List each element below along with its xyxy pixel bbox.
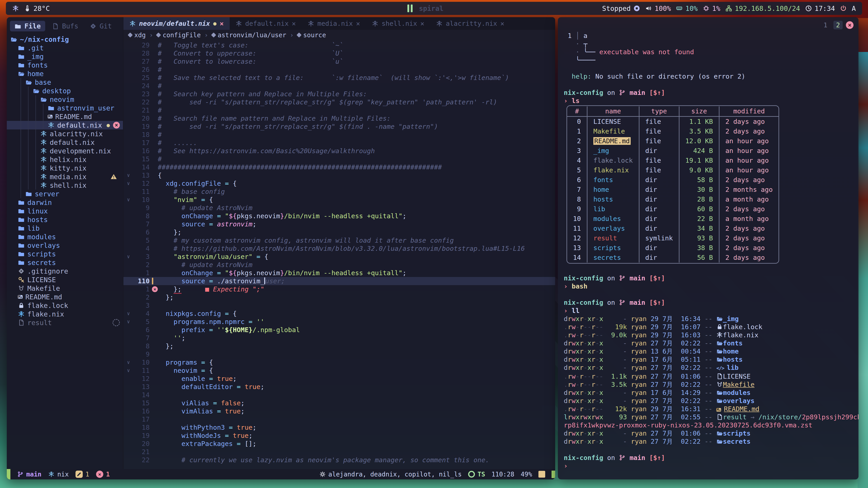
buffer-tab-media.nix[interactable]: media.nix× <box>302 17 366 30</box>
code-line[interactable]: 6 prefix = ''${HOME}/.npm-global <box>123 326 555 334</box>
close-file-button[interactable]: × <box>113 122 120 129</box>
tree-item-base[interactable]: base <box>7 78 123 87</box>
temperature-module[interactable]: 28°C <box>24 4 50 12</box>
code-line[interactable]: 18# <box>123 131 555 139</box>
breadcrumb-item[interactable]: astronvim/lua/user <box>212 31 286 39</box>
code-line[interactable]: ∨4 nixpkgs.config = { <box>123 310 555 318</box>
tree-item-server[interactable]: server <box>7 190 123 198</box>
tree-item-kitty.nix[interactable]: kitty.nix <box>7 164 123 172</box>
code-line[interactable]: ∨5 programs.npm.npmrc = '' <box>123 318 555 326</box>
code-line[interactable]: 3 <box>123 301 555 310</box>
code-line[interactable]: 15# <box>123 155 555 163</box>
tree-item-darwin[interactable]: darwin <box>7 198 123 207</box>
code-line[interactable]: 6 }; <box>123 228 555 236</box>
tree-item-lib[interactable]: lib <box>7 224 123 232</box>
fold-column[interactable]: ∨ <box>123 366 133 375</box>
explorer-tab-bufs[interactable]: Bufs <box>48 21 83 31</box>
code-line[interactable]: ∨13{ <box>123 171 555 180</box>
code-line[interactable]: ∨11 neovim = { <box>123 366 555 375</box>
cpu-module[interactable]: 1% <box>703 4 720 12</box>
code-line[interactable]: 15 viAlias = false; <box>123 399 555 407</box>
memory-module[interactable]: 10% <box>676 4 698 12</box>
code-line[interactable]: 18 withPython3 = true; <box>123 423 555 431</box>
tree-item-scripts[interactable]: scripts <box>7 250 123 258</box>
network-module[interactable]: 192.168.5.100/24 <box>725 4 800 12</box>
diagnostics-errors[interactable]: × 1 <box>96 470 110 478</box>
buffer-tab-neovim/default.nix[interactable]: neovim/default.nix●× <box>123 17 230 30</box>
breadcrumb-item[interactable]: xdg <box>128 31 146 39</box>
code-line[interactable]: ∨10 programs = { <box>123 358 555 366</box>
tree-item-helix.nix[interactable]: helix.nix <box>7 155 123 164</box>
tree-item-default.nix[interactable]: default.nix●× <box>7 121 123 129</box>
buffer-close-button[interactable]: × <box>420 20 424 28</box>
code-line[interactable]: 5 # my cusotom astronvim config, astronv… <box>123 236 555 245</box>
code-line[interactable]: 19# sed -ri "s/pattern_str/replace_str/g… <box>123 123 555 131</box>
buffer-close-button[interactable]: × <box>220 20 224 28</box>
keyboard-layout[interactable]: A <box>852 4 856 12</box>
tree-item-flake.nix[interactable]: flake.nix <box>7 310 123 318</box>
tree-item-shell.nix[interactable]: shell.nix <box>7 181 123 190</box>
fold-column[interactable]: ∨ <box>123 318 133 326</box>
code-line[interactable]: 11 # base config <box>123 188 555 196</box>
code-line[interactable]: 22# sed -ri "s/pattern_str/replace_str/g… <box>123 98 555 106</box>
tree-item-fonts[interactable]: fonts <box>7 61 123 69</box>
terminal-close-button[interactable]: × <box>846 21 854 29</box>
code-line[interactable]: 25# Save the selected text to a file: `:… <box>123 74 555 82</box>
code-line[interactable]: 13 defaultEditor = true; <box>123 383 555 391</box>
tree-item-linux[interactable]: linux <box>7 207 123 215</box>
power-icon[interactable] <box>840 5 847 12</box>
buffer-close-button[interactable]: × <box>292 20 296 28</box>
terminal-output[interactable]: 1 │ a · ┬ · ╰── executable was not found… <box>558 17 859 480</box>
tree-item-result[interactable]: result <box>7 318 123 327</box>
volume-module[interactable]: 100% <box>645 4 671 12</box>
code-line[interactable]: 14 <box>123 391 555 399</box>
fold-column[interactable]: ∨ <box>123 358 133 366</box>
tree-item-_img[interactable]: _img <box>7 52 123 61</box>
code-line[interactable]: 1× }; ■ Expecting ";" <box>123 285 555 293</box>
code-line[interactable]: 1 onChange = "${pkgs.neovim}/bin/nvim --… <box>123 269 555 277</box>
code-line[interactable]: 4 # https://github.com/AstroNvim/AstroNv… <box>123 245 555 253</box>
fold-column[interactable]: ∨ <box>123 310 133 318</box>
code-line[interactable]: ∨10 "nvim" = { <box>123 196 555 204</box>
tree-item-LICENSE[interactable]: LICENSE <box>7 275 123 284</box>
tree-item-~/nix-config[interactable]: ~/nix-config <box>7 35 123 43</box>
buffer-tab-alacritty.nix[interactable]: alacritty.nix× <box>430 17 510 30</box>
code-line[interactable]: 29# Toggle text's case: `~` <box>123 41 555 49</box>
code-line[interactable]: 17 <box>123 415 555 423</box>
code-line[interactable]: 2 # update AstroNvim <box>123 261 555 269</box>
code-line[interactable]: 2 }; <box>123 293 555 301</box>
tree-item-secrets[interactable]: secrets <box>7 258 123 267</box>
terminal-tab-2[interactable]: 2 <box>833 21 843 29</box>
tree-item-README.md[interactable]: M↓README.md <box>7 112 123 121</box>
explorer-tab-file[interactable]: File <box>10 21 45 31</box>
media-module[interactable]: Stopped <box>602 4 640 12</box>
tree-item-modules[interactable]: modules <box>7 232 123 241</box>
tree-item-.git[interactable]: .git <box>7 43 123 52</box>
tree-item-hosts[interactable]: hosts <box>7 215 123 224</box>
tree-item-.gitignore[interactable]: .gitignore <box>7 267 123 275</box>
code-line[interactable]: 27# Convert to lowercase: `u` <box>123 57 555 66</box>
code-editor[interactable]: 29# Toggle text's case: `~`28# Convert t… <box>123 40 555 469</box>
tree-item-desktop[interactable]: desktop <box>7 87 123 95</box>
breadcrumb-item[interactable]: configFile <box>157 31 201 39</box>
tree-item-README.md[interactable]: M↓README.md <box>7 293 123 301</box>
terminal-tab-1[interactable]: 1 <box>821 21 830 29</box>
buffer-tab-default.nix[interactable]: default.nix× <box>230 17 302 30</box>
tree-item-astronvim_user[interactable]: astronvim_user <box>7 104 123 112</box>
code-line[interactable]: 9 # update AstroNvim <box>123 204 555 212</box>
code-line[interactable]: ∨12 xdg.configFile = { <box>123 180 555 188</box>
tree-item-neovim[interactable]: neovim <box>7 95 123 104</box>
code-line[interactable]: 20# Search file name pattern and Replace… <box>123 114 555 123</box>
code-line[interactable]: 8 }; <box>123 342 555 350</box>
git-branch[interactable]: main <box>17 470 41 478</box>
code-line[interactable]: 14######################################… <box>123 163 555 171</box>
code-line[interactable]: 16# See https://astronvim.com/Basic%20Us… <box>123 147 555 155</box>
tree-item-media.nix[interactable]: media.nix <box>7 172 123 181</box>
tree-item-Makefile[interactable]: Makefile <box>7 284 123 293</box>
breadcrumb-item[interactable]: source <box>297 31 326 39</box>
code-line[interactable]: 26# <box>123 66 555 74</box>
fold-column[interactable]: ∨ <box>123 180 133 188</box>
tree-item-alacritty.nix[interactable]: alacritty.nix <box>7 129 123 138</box>
pause-icon[interactable] <box>407 4 412 12</box>
code-line[interactable]: 12 enable = true; <box>123 375 555 383</box>
